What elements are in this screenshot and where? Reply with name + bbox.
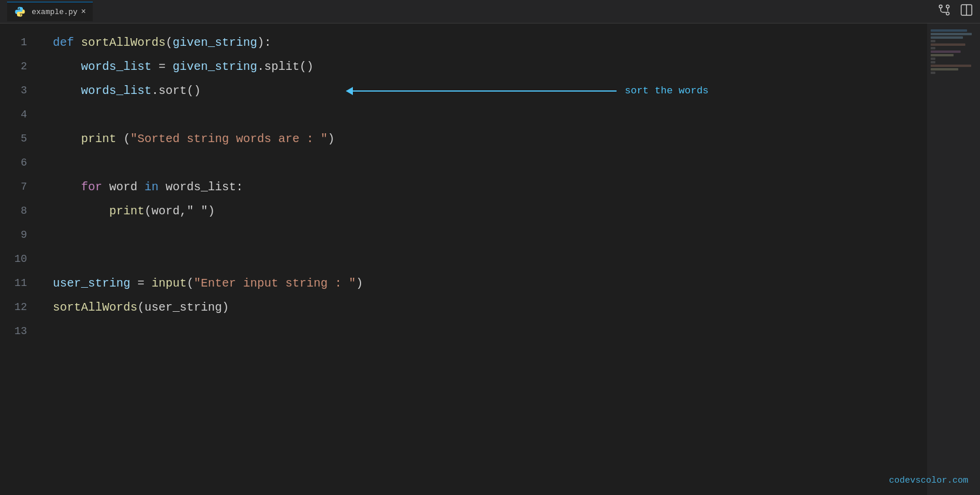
code-line: words_list = given_string.split() [53,55,927,79]
code-token: ( [116,130,130,149]
split-editor-icon[interactable] [938,4,951,20]
watermark: codevscolor.com [889,476,968,486]
code-content[interactable]: def sortAllWords(given_string): words_li… [41,23,927,495]
code-token: words_list [53,58,151,76]
minimap [927,23,980,495]
code-line: print(word," ") [53,199,927,223]
line-number: 6 [0,151,27,175]
tab-area: example.py × [7,2,93,21]
editor-area: 12345678910111213 def sortAllWords(given… [0,23,980,495]
code-token: ( [187,274,194,293]
code-token: given_string [173,58,257,76]
layout-icon[interactable] [960,4,973,20]
line-number: 11 [0,271,27,295]
line-number: 12 [0,295,27,319]
code-token: = [130,274,151,293]
code-token: = [151,58,173,76]
code-token: (user_string) [137,298,229,317]
title-bar: example.py × [0,0,980,23]
line-number: 9 [0,223,27,247]
line-number: 7 [0,175,27,199]
tab-close-button[interactable]: × [81,7,86,16]
line-number: 8 [0,199,27,223]
code-line: sortAllWords(user_string) [53,295,927,319]
code-token [53,130,81,149]
code-line [53,223,927,247]
code-line [53,247,927,271]
python-icon [14,6,26,18]
code-token: user_string [53,274,130,293]
code-token: print [109,202,144,221]
code-token: .sort() [151,82,201,100]
code-token: "Enter input string : " [194,274,356,293]
code-token: ): [257,33,271,52]
line-number: 2 [0,55,27,79]
line-number: 4 [0,103,27,127]
line-number: 1 [0,31,27,55]
code-line [53,103,927,127]
toolbar-icons [938,4,973,20]
line-number: 10 [0,247,27,271]
code-token: (word," ") [144,202,215,221]
code-token: words_list [53,82,151,100]
code-line [53,319,927,344]
code-token [53,202,109,221]
code-token: sortAllWords [81,33,166,52]
line-number: 5 [0,127,27,151]
code-token: in [144,178,159,197]
code-token: .split() [257,58,314,76]
code-token [53,178,81,197]
code-token: print [81,130,116,149]
code-line: user_string = input("Enter input string … [53,271,927,295]
svg-point-1 [947,12,949,15]
code-token: given_string [173,33,257,52]
line-number: 13 [0,319,27,344]
code-line: for word in words_list: [53,175,927,199]
code-token: for [81,178,102,197]
code-line: def sortAllWords(given_string): [53,31,927,55]
code-token: ) [328,130,335,149]
code-line: words_list.sort() [53,79,927,103]
code-token: sortAllWords [53,298,137,317]
code-token: ) [356,274,363,293]
minimap-content [927,23,980,80]
code-token: input [151,274,187,293]
tab-filename: example.py [32,8,78,16]
code-token: def [53,33,81,52]
code-token: ( [166,33,173,52]
file-tab[interactable]: example.py × [7,2,93,21]
code-line: print ("Sorted string words are : ") [53,127,927,151]
line-number: 3 [0,79,27,103]
code-token: "Sorted string words are : " [130,130,328,149]
code-line [53,151,927,175]
line-numbers: 12345678910111213 [0,23,41,495]
code-token: word [102,178,144,197]
code-token: words_list: [159,178,243,197]
